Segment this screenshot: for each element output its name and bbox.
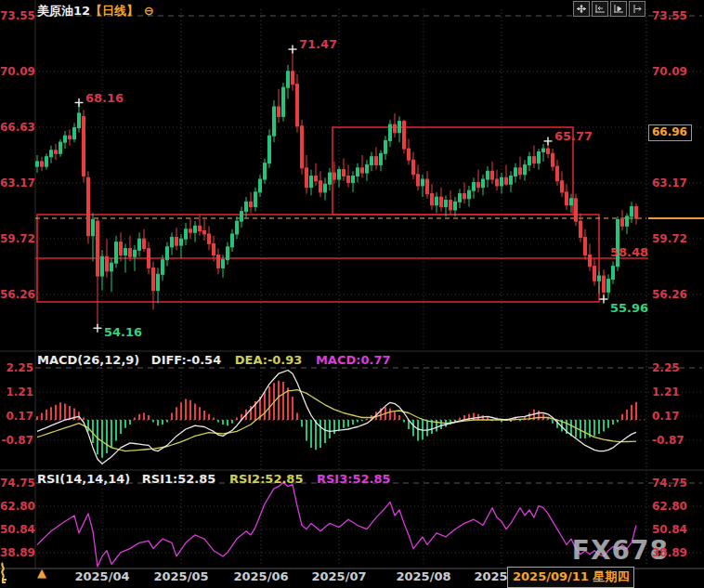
rsi-axis-left-tick: 50.84 [0, 524, 33, 535]
price-axis-left-tick: 66.63 [0, 122, 33, 133]
price-annotation: 54.16 [104, 325, 142, 339]
current-date-label: 2025/09/11 星期四 [507, 567, 634, 588]
price-axis-right-tick: 73.55 [652, 10, 687, 21]
rsi-header: RSI(14,14,14) RSI1:52.85 RSI2:52.85 RSI3… [37, 472, 391, 486]
chart-toolbar [573, 1, 645, 17]
rsi-axis-left-tick: 38.89 [0, 547, 33, 558]
price-axis-left-tick: 73.55 [0, 10, 33, 21]
support-price-label: 58.48 [593, 245, 648, 259]
macd-axis-right-tick: 0.17 [652, 411, 680, 422]
macd-axis-right-tick: 1.21 [652, 386, 680, 398]
rsi1-value: RSI1:52.85 [142, 472, 216, 486]
rsi-axis-left-tick: 62.80 [0, 501, 33, 512]
xaxis-month-label: 2025/07 [306, 569, 372, 583]
price-annotation: 68.16 [85, 91, 124, 105]
crosshair-tool-icon[interactable] [573, 1, 590, 17]
xaxis-month-label: 2025/06 [228, 569, 293, 583]
triangle-marker-icon[interactable]: ▲ [37, 566, 46, 580]
macd-title: MACD(26,12,9) [37, 353, 139, 367]
price-annotation: 65.77 [554, 129, 593, 143]
macd-axis-left-tick: 1.21 [0, 386, 33, 398]
xaxis-month-label: 2025/04 [70, 569, 135, 583]
macd-axis-left-tick: 0.17 [0, 411, 33, 422]
rsi3-value: RSI3:52.85 [317, 472, 391, 486]
price-axis-right-tick: 70.09 [652, 66, 687, 77]
price-axis-left-tick: 59.72 [0, 233, 33, 244]
chart-canvas[interactable] [0, 0, 704, 588]
rsi-title: RSI(14,14,14) [37, 472, 130, 486]
price-axis-left-tick: 63.17 [0, 177, 33, 189]
collapse-icon[interactable]: ⊖ [144, 4, 154, 18]
price-axis-right-tick: 56.26 [652, 289, 687, 300]
price-annotation: 71.47 [299, 37, 337, 51]
key-icon[interactable] [0, 561, 10, 585]
macd-dea-value: DEA:-0.93 [235, 353, 303, 367]
macd-macd-value: MACD:0.77 [316, 353, 391, 367]
rsi-axis-right-tick: 38.89 [652, 547, 687, 558]
macd-diff-value: DIFF:-0.54 [151, 353, 221, 367]
period-label: 【日线】 [90, 4, 138, 18]
xaxis-month-label: 2025/05 [149, 569, 214, 583]
price-axis-right-tick: 63.17 [652, 177, 687, 189]
macd-axis-left-tick: -0.87 [0, 435, 33, 446]
rsi2-value: RSI2:52.85 [229, 472, 304, 486]
price-axis-right-tick: 59.72 [652, 233, 687, 244]
macd-axis-right-tick: -0.87 [652, 435, 684, 446]
chart-title: 美原油12【日线】 ⊖ [37, 3, 154, 20]
rsi-axis-right-tick: 50.84 [652, 524, 687, 535]
trading-chart-window: { "header": { "symbol": "美原油12", "period… [0, 0, 704, 588]
price-axis-left-tick: 70.09 [0, 66, 33, 77]
settlement-price-label: 66.96 [648, 124, 692, 141]
macd-header: MACD(26,12,9) DIFF:-0.54 DEA:-0.93 MACD:… [37, 353, 391, 367]
xaxis-month-label: 2025/08 [391, 569, 456, 583]
axis-shift-right-icon[interactable] [629, 1, 645, 17]
macd-axis-right-tick: 2.25 [652, 362, 680, 373]
axis-scale-left-icon[interactable] [592, 1, 608, 17]
macd-axis-left-tick: 2.25 [0, 362, 33, 373]
symbol-name: 美原油12 [37, 4, 90, 18]
price-annotation: 55.96 [610, 301, 648, 315]
rsi-axis-left-tick: 74.75 [0, 477, 33, 489]
rsi-axis-right-tick: 74.75 [652, 477, 687, 489]
axis-playback-icon[interactable] [610, 1, 627, 17]
price-axis-left-tick: 56.26 [0, 289, 33, 300]
rsi-axis-right-tick: 62.80 [652, 501, 687, 512]
